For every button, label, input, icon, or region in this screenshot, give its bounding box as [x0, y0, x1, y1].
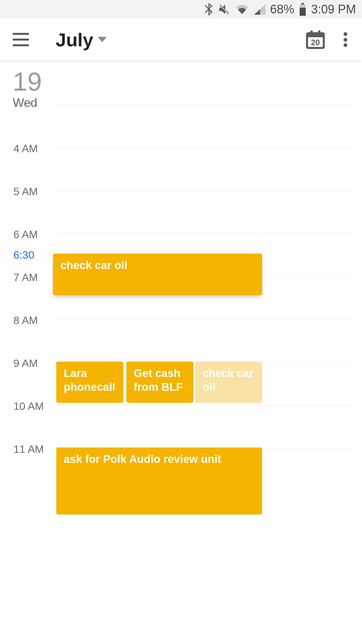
svg-rect-2 [301, 3, 304, 4]
app-bar: July 20 [0, 18, 362, 61]
hamburger-icon[interactable] [13, 32, 29, 48]
month-picker[interactable]: July [56, 29, 107, 51]
caret-down-icon [98, 37, 107, 42]
svg-rect-8 [318, 31, 320, 35]
bluetooth-icon [204, 3, 213, 16]
status-bar: 68% 3:09 PM [0, 0, 362, 18]
cellular-icon [253, 4, 265, 15]
hour-label: 11 AM [13, 443, 44, 455]
svg-rect-6 [307, 33, 324, 37]
hour-gridline [56, 233, 353, 234]
status-time: 3:09 PM [311, 2, 356, 16]
hour-gridline [56, 105, 353, 105]
calendar-event[interactable]: Lara phonecall [56, 362, 123, 403]
battery-icon [299, 3, 306, 16]
hour-gridline [56, 405, 353, 406]
hour-label: 5 AM [13, 185, 38, 198]
day-view[interactable]: 19 Wed 3 AM4 AM5 AM6 AM7 AM8 AM9 AM10 AM… [0, 61, 362, 644]
hour-label: 7 AM [13, 271, 38, 284]
current-time-indicator: 6:30 [13, 249, 34, 261]
hour-label: 6 AM [13, 228, 38, 241]
more-icon[interactable] [339, 32, 352, 48]
calendar-event[interactable]: Get cash from BLF [126, 362, 193, 403]
status-icons [204, 3, 265, 16]
today-date-number: 20 [311, 38, 320, 47]
hour-label: 3 AM [13, 100, 38, 106]
hour-label: 10 AM [13, 400, 44, 413]
mute-icon [218, 3, 231, 16]
calendar-event[interactable]: check car oil [195, 362, 262, 403]
hour-label: 8 AM [13, 314, 38, 327]
hour-gridline [56, 191, 353, 191]
today-icon[interactable]: 20 [306, 30, 325, 49]
hour-gridline [56, 319, 353, 320]
wifi-icon [235, 4, 249, 15]
battery-percentage: 68% [270, 2, 294, 16]
calendar-event[interactable]: check car oil [53, 254, 262, 295]
hour-label: 4 AM [13, 143, 38, 155]
month-label: July [56, 29, 93, 51]
svg-rect-7 [310, 31, 313, 35]
hour-label: 9 AM [13, 357, 38, 370]
calendar-event[interactable]: ask for Polk Audio review unit [56, 447, 262, 515]
svg-rect-4 [300, 8, 306, 16]
hour-gridline [56, 148, 353, 148]
